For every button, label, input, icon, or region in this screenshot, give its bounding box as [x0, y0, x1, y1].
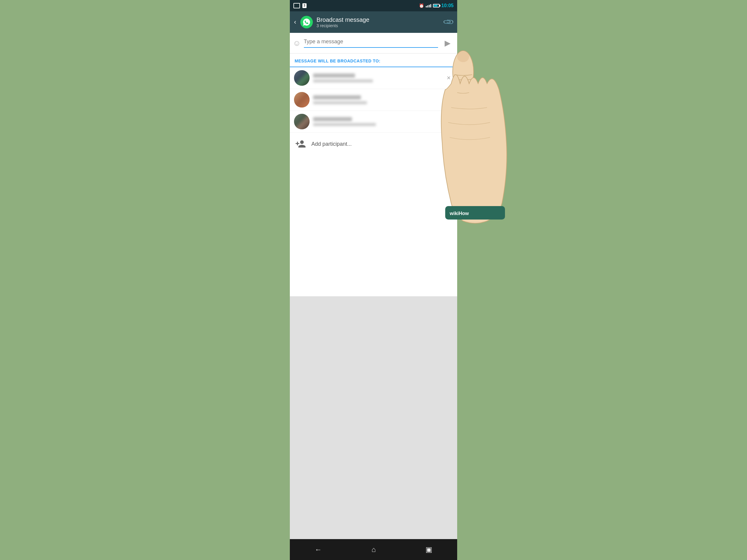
battery-icon — [433, 4, 440, 7]
avatar-2 — [294, 92, 310, 108]
status-icons-right: ⏰ 10:05 — [419, 3, 454, 8]
notification-badge: 3 — [302, 3, 307, 8]
attach-icon[interactable]: 📎 — [442, 16, 455, 28]
recipient-item: × — [290, 89, 457, 111]
broadcast-header: MESSAGE WILL BE BROADCASTED TO: — [290, 53, 457, 67]
broadcast-area: MESSAGE WILL BE BROADCASTED TO: × × — [290, 53, 457, 296]
recipient-info-2 — [313, 95, 444, 104]
svg-point-1 — [457, 51, 469, 62]
recipient-info-3 — [313, 117, 444, 126]
recipient-detail-3 — [313, 123, 376, 126]
whatsapp-icon — [302, 18, 311, 26]
app-header: ‹ Broadcast message 3 recipients 📎 — [290, 11, 457, 33]
status-time: 10:05 — [441, 3, 454, 8]
broadcast-title: MESSAGE WILL BE BROADCASTED TO: — [294, 58, 380, 63]
grey-area — [290, 296, 457, 539]
message-input[interactable] — [304, 38, 438, 47]
send-button[interactable]: ▶ — [441, 36, 454, 50]
avatar-3 — [294, 114, 310, 129]
send-icon: ▶ — [445, 38, 450, 48]
add-participant-icon — [294, 137, 307, 151]
nav-back-button[interactable]: ← — [309, 543, 328, 556]
add-participant-button[interactable]: Add participant... — [290, 133, 457, 155]
recipient-detail-2 — [313, 101, 367, 104]
nav-bar: ← ⌂ ▣ — [290, 539, 457, 560]
input-underline — [304, 47, 438, 48]
emoji-button[interactable]: ☺ — [293, 38, 301, 48]
recipient-info-1 — [313, 74, 444, 82]
remove-recipient-3[interactable]: × — [444, 116, 453, 127]
message-input-wrapper — [304, 38, 438, 48]
nav-home-button[interactable]: ⌂ — [365, 543, 382, 556]
recipient-detail-1 — [313, 79, 373, 82]
phone-container: 3 ⏰ 10:05 ‹ — [290, 0, 457, 560]
message-input-area: ☺ ▶ — [290, 33, 457, 53]
recipient-name-2 — [313, 95, 361, 100]
alarm-icon: ⏰ — [419, 3, 424, 8]
recipient-name-3 — [313, 117, 352, 121]
person-add-icon — [295, 139, 306, 149]
status-icons-left: 3 — [293, 3, 307, 8]
remove-recipient-2[interactable]: × — [444, 95, 453, 105]
signal-icon — [426, 4, 431, 7]
image-icon — [293, 3, 300, 8]
recipient-name-1 — [313, 74, 355, 78]
remove-recipient-1[interactable]: × — [444, 73, 453, 83]
avatar-1 — [294, 70, 310, 86]
back-button[interactable]: ‹ — [294, 18, 296, 26]
recipient-item: × — [290, 111, 457, 133]
header-title: Broadcast message — [316, 16, 440, 23]
header-text: Broadcast message 3 recipients — [316, 16, 440, 28]
add-participant-label: Add participant... — [311, 141, 352, 147]
recipient-item: × — [290, 67, 457, 89]
nav-recent-button[interactable]: ▣ — [419, 543, 438, 556]
whatsapp-logo — [300, 16, 313, 28]
header-subtitle: 3 recipients — [316, 23, 440, 28]
status-bar: 3 ⏰ 10:05 — [290, 0, 457, 11]
